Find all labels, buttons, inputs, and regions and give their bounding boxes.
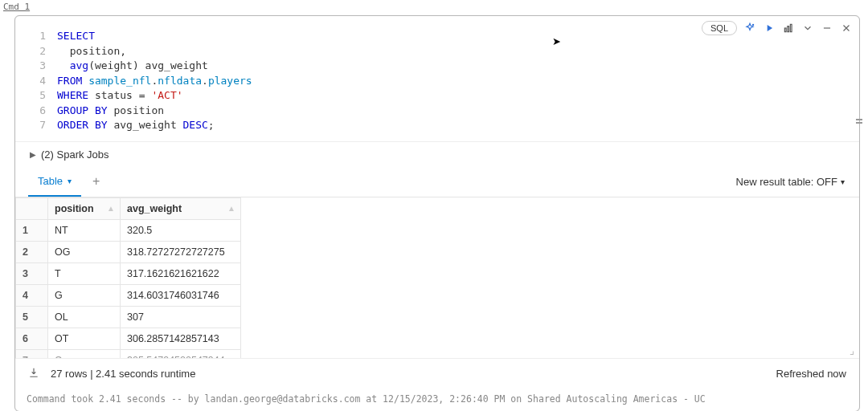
svg-rect-2 (788, 26, 789, 32)
cell-position: T (48, 262, 121, 284)
cell-position: NT (48, 219, 121, 241)
table-row[interactable]: 7C305.54794520547944 (16, 349, 241, 358)
code-text[interactable]: FROM sample_nfl.nfldata.players (57, 74, 252, 89)
code-line[interactable]: 4FROM sample_nfl.nfldata.players (28, 74, 846, 89)
row-index: 5 (16, 306, 48, 328)
code-text[interactable]: WHERE status = 'ACT' (57, 88, 183, 104)
fold-marker-icon (856, 119, 862, 124)
resize-corner-icon[interactable]: ⌟ (850, 344, 854, 356)
add-tab-button[interactable]: + (84, 169, 108, 193)
row-index: 2 (16, 241, 48, 262)
row-index: 7 (16, 349, 48, 358)
sort-icon: ▲ (227, 204, 235, 213)
cell-position: OT (48, 328, 121, 349)
results-summary: 27 rows | 2.41 seconds runtime (51, 368, 195, 380)
table-row[interactable]: 6OT306.2857142857143 (16, 328, 241, 349)
minimize-icon[interactable] (821, 22, 833, 35)
code-line[interactable]: 6GROUP BY position (28, 104, 846, 119)
code-text[interactable]: avg(weight) avg_weight (57, 59, 208, 74)
chevron-down-icon[interactable] (801, 22, 814, 35)
notebook-cell: ➤ SQL 1SELECT2 position,3 av (14, 15, 860, 411)
row-index: 6 (16, 328, 48, 349)
cell-avg-weight: 306.2857142857143 (121, 328, 241, 349)
sort-icon: ▲ (107, 204, 115, 213)
code-text[interactable]: ORDER BY avg_weight DESC; (57, 118, 215, 133)
row-index: 3 (16, 262, 48, 284)
cell-position: C (48, 349, 121, 358)
line-number: 3 (28, 59, 57, 74)
svg-rect-1 (784, 28, 786, 32)
results-footer: 27 rows | 2.41 seconds runtime Refreshed… (15, 358, 859, 389)
tab-label: Table (38, 175, 63, 187)
table-row[interactable]: 4G314.6031746031746 (16, 284, 241, 306)
command-metadata: Command took 2.41 seconds -- by landan.g… (15, 389, 859, 411)
code-text[interactable]: position, (57, 44, 126, 59)
cell-label: Cmd 1 (0, 0, 868, 14)
chevron-down-icon: ▾ (841, 177, 845, 186)
line-number: 6 (28, 104, 57, 119)
line-number: 5 (28, 88, 57, 104)
line-number: 7 (28, 118, 57, 133)
caret-right-icon: ▶ (30, 150, 36, 159)
spark-jobs-toggle[interactable]: ▶ (2) Spark Jobs (15, 141, 859, 167)
line-number: 1 (28, 29, 57, 44)
close-icon[interactable] (840, 22, 853, 35)
code-line[interactable]: 2 position, (28, 44, 846, 59)
cell-avg-weight: 307 (121, 306, 241, 328)
line-number: 2 (28, 44, 57, 59)
mouse-cursor-icon: ➤ (552, 35, 561, 47)
svg-point-0 (753, 24, 754, 25)
chevron-down-icon[interactable]: ▾ (68, 177, 72, 185)
refreshed-status: Refreshed now (776, 368, 846, 380)
code-line[interactable]: 5WHERE status = 'ACT' (28, 88, 846, 104)
tab-table[interactable]: Table ▾ (28, 167, 81, 197)
svg-rect-3 (790, 24, 792, 31)
cell-avg-weight: 305.54794520547944 (121, 349, 241, 358)
code-line[interactable]: 3 avg(weight) avg_weight (28, 59, 846, 74)
table-header-row: position▲ avg_weight▲ (16, 197, 241, 219)
results-table: position▲ avg_weight▲ 1NT320.52OG318.727… (15, 197, 241, 358)
table-row[interactable]: 3T317.1621621621622 (16, 262, 241, 284)
ai-assist-icon[interactable] (743, 22, 756, 35)
table-row[interactable]: 2OG318.72727272727275 (16, 241, 241, 262)
line-number: 4 (28, 74, 57, 89)
row-index-header (16, 197, 48, 219)
cell-avg-weight: 318.72727272727275 (121, 241, 241, 262)
code-line[interactable]: 7ORDER BY avg_weight DESC; (28, 118, 846, 133)
cell-avg-weight: 314.6031746031746 (121, 284, 241, 306)
table-row[interactable]: 1NT320.5 (16, 219, 241, 241)
language-pill[interactable]: SQL (702, 21, 737, 35)
cell-position: G (48, 284, 121, 306)
spark-jobs-label: (2) Spark Jobs (41, 149, 109, 161)
download-icon[interactable] (28, 367, 39, 380)
chart-icon[interactable] (782, 22, 795, 35)
row-index: 4 (16, 284, 48, 306)
cell-toolbar: SQL (702, 21, 853, 35)
table-row[interactable]: 5OL307 (16, 306, 241, 328)
column-header-position[interactable]: position▲ (48, 197, 121, 219)
result-table-toggle[interactable]: New result table: OFF ▾ (736, 176, 859, 188)
run-cell-icon[interactable] (763, 22, 776, 35)
column-header-avg-weight[interactable]: avg_weight▲ (121, 197, 241, 219)
cell-avg-weight: 317.1621621621622 (121, 262, 241, 284)
row-index: 1 (16, 219, 48, 241)
results-tabs-row: Table ▾ + New result table: OFF ▾ (15, 167, 859, 197)
cell-position: OL (48, 306, 121, 328)
code-text[interactable]: GROUP BY position (57, 104, 164, 119)
cell-position: OG (48, 241, 121, 262)
code-text[interactable]: SELECT (57, 29, 95, 44)
result-toggle-label: New result table: OFF (736, 176, 837, 188)
cell-avg-weight: 320.5 (121, 219, 241, 241)
results-table-container: position▲ avg_weight▲ 1NT320.52OG318.727… (15, 197, 859, 358)
